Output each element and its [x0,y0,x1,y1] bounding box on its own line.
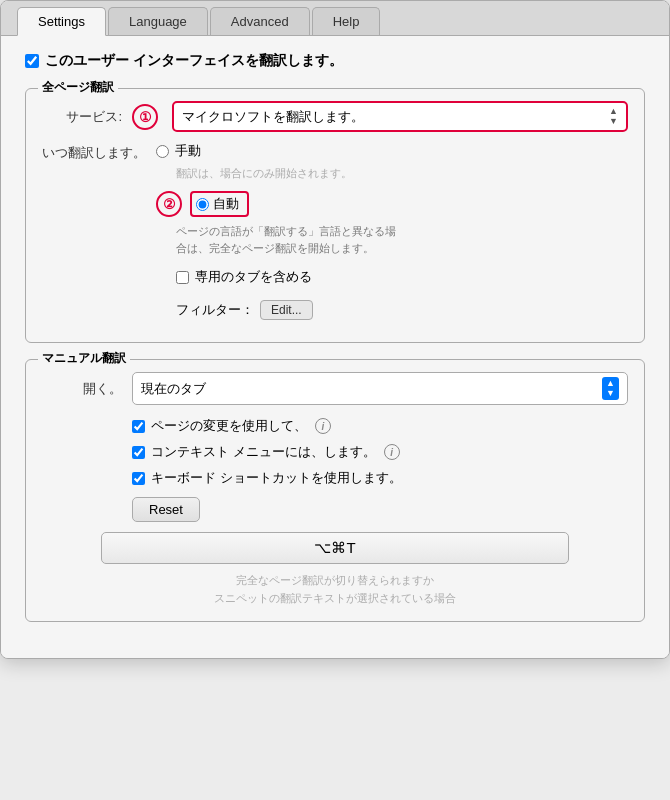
service-select-value: マイクロソフトを翻訳します。 [182,108,364,126]
full-page-section-title: 全ページ翻訳 [38,79,118,96]
auto-description: ページの言語が「翻訳する」言語と異なる場 合は、完全なページ翻訳を開始します。 [176,223,396,256]
context-menu-row: コンテキスト メニューには、します。 i [132,443,628,461]
auto-radio-label: 自動 [213,195,239,213]
down-arrow-icon: ▼ [609,117,618,126]
when-label: いつ翻訳します。 [42,142,146,162]
reset-row: Reset [132,497,628,522]
tab-language[interactable]: Language [108,7,208,35]
content-area: このユーザー インターフェイスを翻訳します。 全ページ翻訳 サービス: ① マイ… [1,36,669,658]
badge-1: ① [132,104,158,130]
manual-radio-row: 手動 [156,142,396,160]
open-row: 開く。 現在のタブ ▲ ▼ [42,372,628,405]
filter-row: フィルター： Edit... [176,300,396,320]
up-arrow-icon: ▲ [606,379,615,388]
info-icon-2[interactable]: i [384,444,400,460]
when-container: いつ翻訳します。 手動 翻訳は、場合にのみ開始されます。 ② 自動 [42,142,628,320]
main-window: Settings Language Advanced Help このユーザー イ… [0,0,670,659]
keyboard-shortcut-row: キーボード ショートカットを使用します。 [132,469,628,487]
context-menu-checkbox[interactable] [132,446,145,459]
auto-radio-row: ② 自動 [156,191,396,217]
service-row: サービス: ① マイクロソフトを翻訳します。 ▲ ▼ [42,101,628,132]
open-select[interactable]: 現在のタブ ▲ ▼ [132,372,628,405]
manual-section-title: マニュアル翻訳 [38,350,130,367]
service-select[interactable]: マイクロソフトを翻訳します。 ▲ ▼ [172,101,628,132]
tab-settings[interactable]: Settings [17,7,106,36]
down-arrow-icon: ▼ [606,389,615,398]
tab-help[interactable]: Help [312,7,381,35]
manual-radio[interactable] [156,145,169,158]
manual-radio-label: 手動 [175,142,201,160]
open-stepper[interactable]: ▲ ▼ [602,377,619,400]
page-change-checkbox[interactable] [132,420,145,433]
service-label: サービス: [42,108,122,126]
translate-ui-row: このユーザー インターフェイスを翻訳します。 [25,52,645,70]
manual-checkboxes: ページの変更を使用して、 i コンテキスト メニューには、します。 i キーボー… [132,417,628,487]
full-page-section: 全ページ翻訳 サービス: ① マイクロソフトを翻訳します。 ▲ ▼ いつ翻訳しま… [25,88,645,343]
translate-ui-checkbox[interactable] [25,54,39,68]
open-label: 開く。 [42,380,122,398]
bottom-text-line1: 完全なページ翻訳が切り替えられますか [42,572,628,590]
auto-radio-container: 自動 [190,191,249,217]
service-stepper[interactable]: ▲ ▼ [609,107,618,126]
keyboard-shortcut-label: キーボード ショートカットを使用します。 [151,469,402,487]
bottom-text: 完全なページ翻訳が切り替えられますか スニペットの翻訳テキストが選択されている場… [42,572,628,607]
translate-ui-label: このユーザー インターフェイスを翻訳します。 [45,52,343,70]
dedicated-tab-row: 専用のタブを含める [176,268,396,286]
badge-2: ② [156,191,182,217]
context-menu-label: コンテキスト メニューには、します。 [151,443,376,461]
up-arrow-icon: ▲ [609,107,618,116]
manual-section: マニュアル翻訳 開く。 現在のタブ ▲ ▼ ページの変更を使用して、 i [25,359,645,622]
dedicated-tab-label: 専用のタブを含める [195,268,312,286]
open-select-value: 現在のタブ [141,380,206,398]
shortcut-button[interactable]: ⌥⌘T [101,532,570,564]
info-icon-1[interactable]: i [315,418,331,434]
bottom-text-line2: スニペットの翻訳テキストが選択されている場合 [42,590,628,608]
manual-sub-text: 翻訳は、場合にのみ開始されます。 [176,166,396,181]
dedicated-tab-checkbox[interactable] [176,271,189,284]
tab-bar: Settings Language Advanced Help [1,1,669,36]
tab-advanced[interactable]: Advanced [210,7,310,35]
page-change-label: ページの変更を使用して、 [151,417,307,435]
when-options: 手動 翻訳は、場合にのみ開始されます。 ② 自動 ページの言語が「翻訳する」言語… [156,142,396,320]
filter-edit-button[interactable]: Edit... [260,300,313,320]
auto-radio[interactable] [196,198,209,211]
filter-label: フィルター： [176,301,254,319]
keyboard-shortcut-checkbox[interactable] [132,472,145,485]
reset-button[interactable]: Reset [132,497,200,522]
page-change-row: ページの変更を使用して、 i [132,417,628,435]
